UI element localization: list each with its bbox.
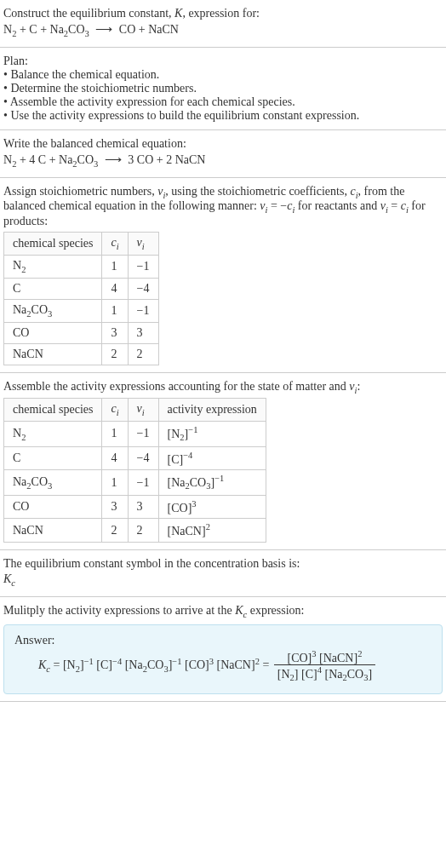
col-ci: ci bbox=[102, 233, 128, 256]
table-row: CO 3 3 [CO]3 bbox=[4, 495, 266, 519]
final-text: Mulitply the activity expressions to arr… bbox=[3, 604, 443, 619]
txt: , expression for: bbox=[182, 7, 260, 20]
plan-bullet: • Determine the stoichiometric numbers. bbox=[3, 82, 443, 95]
fraction: [CO]3 [NaCN]2 [N2] [C]4 [Na2CO3] bbox=[274, 649, 375, 683]
sp: N2 bbox=[3, 23, 16, 36]
plan-title: Plan: bbox=[3, 55, 443, 68]
answer-label: Answer: bbox=[14, 634, 432, 647]
table-row: N2 1 −1 [N2]−1 bbox=[4, 422, 266, 446]
table-header-row: chemical species ci νi bbox=[4, 233, 159, 256]
table-header-row: chemical species ci νi activity expressi… bbox=[4, 399, 266, 422]
numerator: [CO]3 [NaCN]2 bbox=[274, 649, 375, 666]
sp: Na2CO3 bbox=[50, 23, 89, 36]
stoich-table: chemical species ci νi N2 1 −1 C 4 −4 Na… bbox=[3, 232, 159, 365]
section-final: Mulitply the activity expressions to arr… bbox=[0, 597, 446, 702]
activity-text: Assemble the activity expressions accoun… bbox=[3, 380, 443, 395]
denominator: [N2] [C]4 [Na2CO3] bbox=[274, 665, 375, 682]
table-row: C 4 −4 [C]−4 bbox=[4, 446, 266, 470]
kc-text: The equilibrium constant symbol in the c… bbox=[3, 557, 443, 571]
col-species: chemical species bbox=[4, 233, 102, 256]
unbalanced-equation: N2 + C + Na2CO3 ⟶ CO + NaCN bbox=[3, 20, 443, 40]
table-row: Na2CO3 1 −1 bbox=[4, 299, 159, 322]
table-row: CO 3 3 bbox=[4, 322, 159, 343]
section-plan: Plan: • Balance the chemical equation. •… bbox=[0, 48, 446, 130]
balanced-title: Write the balanced chemical equation: bbox=[3, 137, 443, 151]
table-row: NaCN 2 2 bbox=[4, 343, 159, 365]
table-row: C 4 −4 bbox=[4, 278, 159, 299]
plan-bullet: • Balance the chemical equation. bbox=[3, 68, 443, 82]
kc-symbol: Kc bbox=[3, 571, 443, 589]
arrow-icon: ⟶ bbox=[101, 153, 125, 166]
prompt-line: Construct the equilibrium constant, K, e… bbox=[3, 7, 443, 20]
col-nui: νi bbox=[128, 233, 158, 256]
section-stoich: Assign stoichiometric numbers, νi, using… bbox=[0, 178, 446, 373]
K-sym: K bbox=[174, 7, 182, 20]
table-row: Na2CO3 1 −1 [Na2CO3]−1 bbox=[4, 470, 266, 495]
plan-bullet: • Use the activity expressions to build … bbox=[3, 109, 443, 123]
kc-expression: Kc = [N2]−1 [C]−4 [Na2CO3]−1 [CO]3 [NaCN… bbox=[14, 647, 432, 685]
txt: Construct the equilibrium constant, bbox=[3, 7, 174, 20]
plan-bullet: • Assemble the activity expression for e… bbox=[3, 95, 443, 109]
section-kc-symbol: The equilibrium constant symbol in the c… bbox=[0, 550, 446, 597]
stoich-text: Assign stoichiometric numbers, νi, using… bbox=[3, 185, 443, 229]
table-row: NaCN 2 2 [NaCN]2 bbox=[4, 519, 266, 543]
arrow-icon: ⟶ bbox=[92, 23, 116, 36]
balanced-equation: N2 + 4 C + Na2CO3 ⟶ 3 CO + 2 NaCN bbox=[3, 151, 443, 170]
activity-table: chemical species ci νi activity expressi… bbox=[3, 398, 266, 543]
answer-box: Answer: Kc = [N2]−1 [C]−4 [Na2CO3]−1 [CO… bbox=[3, 624, 443, 694]
section-activity: Assemble the activity expressions accoun… bbox=[0, 373, 446, 550]
table-row: N2 1 −1 bbox=[4, 255, 159, 278]
section-prompt: Construct the equilibrium constant, K, e… bbox=[0, 0, 446, 48]
section-balanced: Write the balanced chemical equation: N2… bbox=[0, 130, 446, 178]
